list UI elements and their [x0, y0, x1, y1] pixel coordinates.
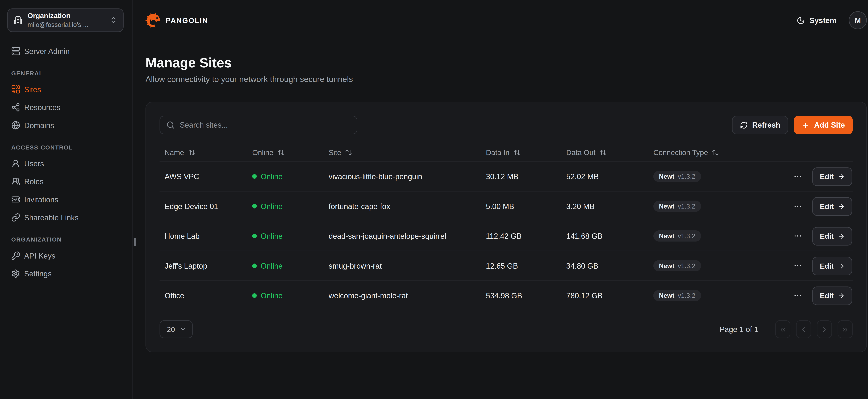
sidebar-item-label: Resources: [24, 103, 60, 112]
first-page-button[interactable]: [775, 320, 790, 338]
sort-icon: [188, 149, 195, 156]
search-input[interactable]: [180, 121, 351, 129]
sort-icon: [599, 149, 607, 156]
column-header-site[interactable]: Site: [323, 148, 481, 157]
ellipsis-icon: [794, 172, 803, 181]
row-actions: Edit: [783, 227, 853, 245]
building-icon: [13, 16, 23, 25]
sidebar-resize-handle[interactable]: [134, 238, 136, 246]
last-page-button[interactable]: [838, 320, 853, 338]
org-selector[interactable]: Organization milo@fossorial.io's ...: [7, 8, 124, 32]
connection-badge: Newtv1.3.2: [653, 171, 701, 182]
data-out: 780.12 GB: [561, 291, 648, 300]
refresh-label: Refresh: [752, 121, 780, 129]
column-header-data-out[interactable]: Data Out: [561, 148, 648, 157]
edit-button[interactable]: Edit: [813, 167, 852, 186]
theme-toggle[interactable]: System: [797, 16, 837, 25]
sidebar-item-users[interactable]: Users: [9, 155, 123, 173]
theme-label: System: [809, 16, 836, 25]
column-header-connection-type[interactable]: Connection Type: [648, 148, 783, 157]
edit-button[interactable]: Edit: [813, 227, 852, 245]
sort-icon: [277, 149, 284, 156]
site-name: Office: [159, 291, 247, 300]
prev-page-button[interactable]: [796, 320, 811, 338]
sidebar-item-server-admin[interactable]: Server Admin: [9, 42, 123, 60]
main-area: PANGOLIN System M Manage Sites Allow con…: [133, 0, 868, 399]
column-header-data-in[interactable]: Data In: [481, 148, 561, 157]
next-page-button[interactable]: [817, 320, 832, 338]
connection-badge: Newtv1.3.2: [653, 290, 701, 301]
chevron-right-icon: [821, 326, 828, 333]
column-header-name[interactable]: Name: [159, 148, 247, 157]
moon-icon: [797, 16, 805, 25]
sidebar-item-roles[interactable]: Roles: [9, 173, 123, 190]
ellipsis-icon: [794, 202, 803, 211]
page-title: Manage Sites: [146, 55, 867, 71]
sidebar-item-invitations[interactable]: Invitations: [9, 190, 123, 209]
link-icon: [11, 213, 20, 222]
refresh-button[interactable]: Refresh: [732, 116, 788, 134]
online-dot-icon: [252, 264, 257, 268]
pangolin-logo-icon: [146, 12, 161, 28]
data-out: 34.80 GB: [561, 262, 648, 270]
table-row: Office Online welcome-giant-mole-rat 534…: [159, 280, 853, 310]
data-in: 12.65 GB: [481, 262, 561, 270]
toolbar-buttons: Refresh Add Site: [732, 116, 853, 134]
data-in: 534.98 GB: [481, 291, 561, 300]
globe-icon: [11, 121, 20, 130]
table-row: Home Lab Online dead-san-joaquin-antelop…: [159, 221, 853, 251]
site-name: Edge Device 01: [159, 202, 247, 210]
site-slug: vivacious-little-blue-penguin: [323, 172, 481, 181]
sidebar-item-label: API Keys: [24, 251, 55, 260]
row-menu-button[interactable]: [791, 259, 805, 273]
page-size-select[interactable]: 20: [159, 320, 193, 338]
sidebar-item-resources[interactable]: Resources: [9, 98, 123, 116]
data-in: 30.12 MB: [481, 172, 561, 181]
sidebar-item-sites[interactable]: Sites: [9, 81, 123, 98]
sidebar-item-api-keys[interactable]: API Keys: [9, 247, 123, 265]
edit-button[interactable]: Edit: [813, 286, 852, 305]
row-menu-button[interactable]: [791, 229, 805, 243]
page-subtitle: Allow connectivity to your network throu…: [146, 75, 867, 84]
chevrons-right-icon: [841, 326, 849, 333]
topbar-right: System M: [797, 11, 867, 29]
avatar[interactable]: M: [849, 11, 867, 29]
org-label: Organization: [28, 12, 104, 21]
sort-icon: [712, 149, 719, 156]
edit-button[interactable]: Edit: [813, 197, 852, 215]
ticket-check-icon: [11, 195, 20, 204]
content: Manage Sites Allow connectivity to your …: [133, 40, 868, 352]
arrow-right-icon: [838, 173, 845, 180]
sidebar-item-label: Users: [24, 159, 44, 168]
add-site-button[interactable]: Add Site: [794, 116, 853, 134]
sidebar-item-shareable-links[interactable]: Shareable Links: [9, 209, 123, 226]
refresh-icon: [740, 121, 748, 129]
row-menu-button[interactable]: [791, 289, 805, 302]
arrow-right-icon: [838, 292, 845, 299]
sidebar-item-domains[interactable]: Domains: [9, 116, 123, 134]
chevrons-up-down-icon: [110, 16, 117, 24]
site-name: Jeff's Laptop: [159, 262, 247, 270]
server-icon: [11, 47, 20, 56]
table-header-row: Name Online Site Data In Data Out Connec…: [159, 143, 853, 161]
edit-button[interactable]: Edit: [813, 256, 852, 275]
connection-type: Newtv1.3.2: [648, 231, 783, 242]
data-out: 52.02 MB: [561, 172, 648, 181]
sidebar-item-label: Settings: [24, 270, 52, 278]
search-box[interactable]: [159, 116, 357, 134]
sidebar-item-label: Invitations: [24, 195, 58, 204]
column-header-online[interactable]: Online: [247, 148, 323, 157]
site-name: Home Lab: [159, 232, 247, 240]
data-in: 112.42 GB: [481, 232, 561, 240]
sidebar-item-label: Server Admin: [24, 47, 70, 55]
sites-card: Refresh Add Site Name Online Site Data I…: [146, 102, 867, 352]
sidebar-nav: Server Admin GENERAL Sites Resources Dom…: [7, 32, 125, 282]
sort-icon: [513, 149, 521, 156]
sites-icon: [11, 85, 20, 94]
row-menu-button[interactable]: [791, 200, 805, 213]
site-slug: fortunate-cape-fox: [323, 202, 481, 210]
online-dot-icon: [252, 204, 257, 209]
sidebar-item-settings[interactable]: Settings: [9, 265, 123, 283]
row-menu-button[interactable]: [791, 170, 805, 183]
row-actions: Edit: [783, 286, 853, 305]
